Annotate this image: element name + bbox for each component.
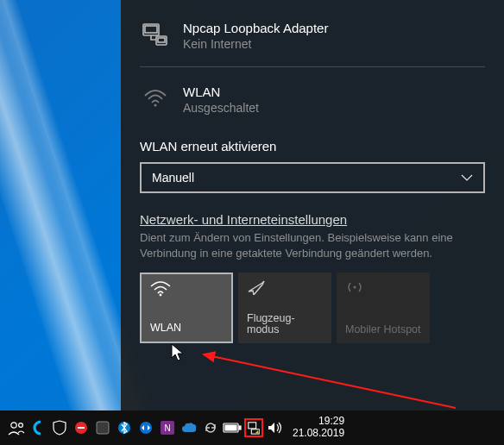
volume-icon[interactable] (266, 418, 285, 437)
ethernet-icon (142, 21, 169, 48)
battery-icon[interactable] (223, 418, 242, 437)
airplane-icon (247, 279, 323, 298)
wlan-item[interactable]: WLAN Ausgeschaltet (140, 79, 485, 127)
bluetooth-icon[interactable] (115, 418, 134, 437)
network-flyout: Npcap Loopback Adapter Kein Internet WLA… (121, 0, 504, 411)
quick-action-tiles: WLAN Flugzeug- modus Mobiler Hotspot (140, 273, 485, 343)
wlan-status: Ausgeschaltet (183, 101, 259, 115)
svg-rect-19 (225, 425, 236, 430)
divider (140, 66, 485, 67)
tile-wlan-label: WLAN (150, 323, 223, 335)
network-settings-desc: Dient zum Ändern von Einstellungen. Beis… (140, 230, 485, 260)
reactivate-label: WLAN erneut aktivieren (140, 139, 485, 154)
network-settings-link[interactable]: Netzwerk- und Interneteinstellungen (140, 212, 347, 227)
svg-text:!: ! (257, 429, 258, 434)
tile-hotspot: Mobiler Hotspot (337, 273, 430, 343)
taskbar-clock[interactable]: 19:29 21.08.2019 (293, 416, 344, 440)
wifi-icon (142, 85, 169, 112)
svg-point-4 (154, 103, 156, 106)
sync-icon[interactable] (201, 418, 220, 437)
svg-rect-20 (249, 423, 256, 429)
svg-point-9 (19, 423, 23, 428)
tile-airplane-label: Flugzeug- modus (247, 313, 323, 337)
adapter-item[interactable]: Npcap Loopback Adapter Kein Internet (140, 16, 485, 63)
wifi-icon (150, 281, 223, 300)
people-icon[interactable] (7, 418, 26, 437)
network-tray-icon[interactable]: ! (244, 418, 263, 437)
logitech-icon[interactable] (28, 418, 47, 437)
chevron-down-icon (461, 174, 473, 181)
svg-rect-12 (97, 422, 109, 434)
onenote-icon[interactable]: N (158, 418, 177, 437)
dropdown-value: Manuell (152, 171, 194, 185)
svg-text:N: N (164, 423, 170, 433)
svg-rect-1 (145, 26, 157, 33)
clock-time: 19:29 (318, 416, 344, 428)
reactivate-dropdown[interactable]: Manuell (140, 162, 485, 193)
wlan-title: WLAN (183, 85, 259, 99)
taskbar: N ! 19:29 21.08.2019 (0, 411, 504, 445)
svg-point-6 (354, 286, 356, 289)
hotspot-icon (345, 279, 421, 298)
cloud-icon[interactable] (180, 418, 198, 437)
tile-airplane[interactable]: Flugzeug- modus (238, 273, 331, 343)
teamviewer-icon[interactable] (136, 418, 155, 437)
clock-date: 21.08.2019 (293, 428, 344, 440)
svg-point-8 (11, 423, 16, 428)
defender-icon[interactable] (50, 418, 69, 437)
tile-hotspot-label: Mobiler Hotspot (345, 324, 421, 336)
app-icon[interactable] (93, 418, 112, 437)
svg-rect-11 (78, 427, 85, 429)
svg-rect-18 (239, 426, 241, 429)
svg-point-5 (160, 294, 162, 297)
svg-rect-3 (158, 38, 165, 42)
adapter-status: Kein Internet (183, 37, 328, 51)
adapter-title: Npcap Loopback Adapter (183, 21, 328, 35)
tile-wlan[interactable]: WLAN (140, 273, 233, 343)
red-circle-icon[interactable] (72, 418, 91, 437)
